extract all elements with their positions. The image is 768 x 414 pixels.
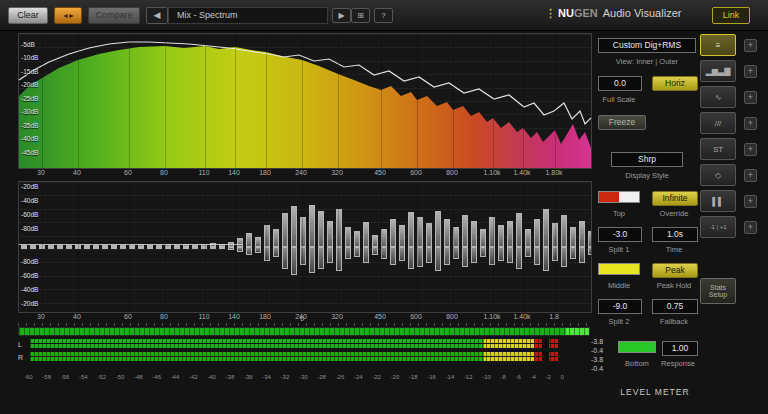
freq-tick-label: 1.40k	[513, 313, 530, 320]
meter-scale-label: -2	[546, 374, 551, 380]
level-bar-right	[30, 352, 558, 362]
compare-button[interactable]: Compare	[88, 7, 140, 24]
view-spectrum-button[interactable]: ∿	[700, 86, 736, 108]
add-view-spectrum-button[interactable]: +	[744, 91, 757, 104]
brand-text-suffix: Audio Visualizer	[603, 7, 682, 19]
freq-gridline	[266, 34, 267, 168]
split2-label: Split 2	[598, 317, 640, 326]
diff-bar	[282, 213, 288, 247]
freq-gridline	[205, 182, 206, 312]
meter-scale-label: -26	[336, 374, 345, 380]
split2-field[interactable]: -9.0	[598, 299, 642, 314]
db-tick-label: -45dB	[21, 149, 38, 156]
add-view-mixer-button[interactable]: +	[744, 39, 757, 52]
diff-bar	[228, 247, 234, 250]
freq-tick-label: 600	[410, 313, 422, 320]
freq-gridline	[235, 34, 236, 168]
freq-tick-label: 60	[124, 169, 132, 176]
view-dock: ≡+▂▆▃▇+∿+///+ST+◇+▌▌+-1 | +1+StatsSetup	[700, 30, 768, 414]
meter-scale-label: -22	[372, 374, 381, 380]
offset-field[interactable]: 0.0	[598, 76, 642, 91]
diff-bar	[570, 247, 576, 259]
view-mixer-button[interactable]: ≡	[700, 34, 736, 56]
difference-frequency-axis: 304060801101401802403204506008001.10k1.4…	[18, 313, 590, 322]
diff-bar	[480, 247, 486, 257]
meter-row-left: L	[18, 339, 558, 349]
add-view-stereo-button[interactable]: +	[744, 143, 757, 156]
view-mode-toggle[interactable]: View: Inner | Outer	[598, 57, 696, 66]
meter-scale-label: -42	[189, 374, 198, 380]
middle-color-swatch[interactable]	[598, 263, 640, 275]
spectrum-frequency-axis: 304060801101401802403204506008001.10k1.4…	[18, 169, 590, 178]
prev-preset-button[interactable]: ◀	[146, 7, 168, 24]
meter-scale-label: -38	[226, 374, 235, 380]
bottom-color-swatch[interactable]	[618, 341, 656, 353]
add-view-histogram-button[interactable]: +	[744, 65, 757, 78]
diff-bar	[534, 219, 540, 247]
grid-button[interactable]: ⊞	[351, 8, 370, 23]
freq-tick-label: 40	[73, 169, 81, 176]
diff-bar	[264, 247, 270, 261]
clear-button[interactable]: Clear	[8, 7, 48, 24]
diff-bar	[426, 223, 432, 247]
meter-scale-label: -60	[24, 374, 33, 380]
db-tick-label: -80dB	[21, 258, 38, 265]
infinite-button[interactable]: Infinite	[652, 191, 698, 206]
diff-bar	[273, 247, 279, 257]
view-histogram-button[interactable]: ▂▆▃▇	[700, 60, 736, 82]
middle-label: Middle	[598, 281, 640, 290]
diff-bar	[588, 247, 592, 255]
add-view-correlation-button[interactable]: +	[744, 221, 757, 234]
add-view-vectorscope-button[interactable]: +	[744, 169, 757, 182]
display-style-select[interactable]: Shrp	[611, 152, 683, 167]
brand-text-nu: NU	[558, 7, 574, 19]
add-view-spectrogram-button[interactable]: +	[744, 117, 757, 130]
stats-setup-label: Stats	[710, 284, 726, 291]
db-tick-label: -30dB	[21, 108, 38, 115]
stats-setup-button[interactable]: StatsSetup	[700, 278, 736, 304]
freq-tick-label: 800	[446, 313, 458, 320]
play-button[interactable]: ▶	[332, 8, 351, 23]
help-button[interactable]: ?	[374, 8, 393, 23]
view-level-meter-button[interactable]: ▌▌	[700, 190, 736, 212]
freq-tick-label: 110	[198, 313, 209, 320]
diff-bar	[66, 247, 72, 249]
top-color-swatch[interactable]	[598, 191, 640, 203]
diff-bar	[30, 247, 36, 249]
meter-mode-select[interactable]: Custom Dig+RMS	[598, 38, 696, 53]
freeze-button[interactable]: Freeze	[598, 115, 646, 130]
add-view-level-meter-button[interactable]: +	[744, 195, 757, 208]
view-vectorscope-button[interactable]: ◇	[700, 164, 736, 186]
diff-bar	[93, 247, 99, 249]
preset-select[interactable]: Mix - Spectrum	[168, 7, 328, 24]
diff-bar	[462, 247, 468, 267]
diff-bar	[336, 247, 342, 271]
freq-gridline	[417, 182, 418, 312]
time-field[interactable]: 1.0s	[652, 227, 698, 242]
diff-bar	[579, 221, 585, 247]
freq-tick-label: 30	[37, 313, 45, 320]
fallback-field[interactable]: 0.75	[652, 299, 698, 314]
diff-bar	[408, 212, 414, 247]
diff-bar	[570, 227, 576, 247]
diff-bar	[264, 225, 270, 247]
response-field[interactable]: 1.00	[662, 341, 698, 356]
link-button[interactable]: Link	[712, 7, 750, 24]
dock-row: ▌▌+	[700, 190, 768, 212]
view-spectrogram-button[interactable]: ///	[700, 112, 736, 134]
view-correlation-button[interactable]: -1 | +1	[700, 216, 736, 238]
db-tick-label: -10dB	[21, 54, 38, 61]
diff-bar	[156, 247, 162, 249]
diff-bar	[390, 247, 396, 265]
db-tick-label: -20dB	[21, 300, 38, 307]
diff-bar	[408, 247, 414, 269]
diff-bar	[390, 219, 396, 247]
split1-field[interactable]: -3.0	[598, 227, 642, 242]
freq-gridline	[42, 34, 43, 168]
peak-button[interactable]: Peak	[652, 263, 698, 278]
diff-bar	[543, 247, 549, 271]
diff-bar	[561, 247, 567, 267]
view-stereo-button[interactable]: ST	[700, 138, 736, 160]
swap-arrows-icon[interactable]: ◄►	[54, 7, 82, 24]
horiz-button[interactable]: Horiz	[652, 76, 698, 91]
